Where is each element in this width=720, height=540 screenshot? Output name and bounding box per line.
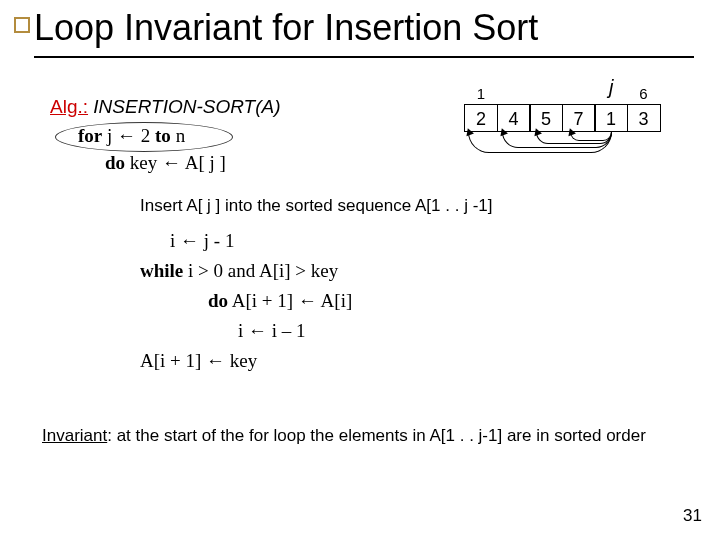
alg-name: INSERTION-SORT(A)	[93, 96, 280, 117]
alg-label: Alg.:	[50, 96, 88, 117]
slide: Loop Invariant for Insertion Sort Alg.: …	[0, 0, 720, 540]
invariant-label: Invariant	[42, 426, 107, 445]
title-rule	[34, 56, 694, 58]
code-line-i-init: i ← j - 1	[140, 226, 234, 256]
code-shift: A[i + 1] ← A[i]	[228, 290, 352, 311]
cell-3: 7	[562, 104, 596, 132]
keyword-to: to	[155, 125, 171, 146]
code-dec: i ← i – 1	[140, 316, 306, 346]
code-while-cond: i > 0 and A[i] > key	[183, 260, 338, 281]
keyword-while: while	[140, 260, 183, 281]
array-cells: 2 4 5 7 1 3	[464, 104, 659, 132]
code-for-end: n	[171, 125, 185, 146]
slide-title: Loop Invariant for Insertion Sort	[34, 7, 538, 49]
code-for-mid: j ← 2	[102, 125, 155, 146]
code-assign-key: A[i + 1] ← key	[140, 350, 257, 371]
keyword-do: do	[105, 152, 125, 173]
page-number: 31	[683, 506, 702, 526]
index-row: 1 6	[464, 85, 659, 102]
code-comment: Insert A[ j ] into the sorted sequence A…	[140, 196, 492, 216]
keyword-do-inner: do	[208, 290, 228, 311]
keyword-for: for	[78, 125, 102, 146]
cell-5: 3	[627, 104, 661, 132]
invariant-text: Invariant: at the start of the for loop …	[42, 425, 672, 447]
index-1: 1	[464, 85, 498, 102]
index-6: 6	[627, 85, 661, 102]
code-for-line: for j ← 2 to n	[78, 125, 185, 147]
invariant-body: : at the start of the for loop the eleme…	[107, 426, 646, 445]
title-ornament	[14, 17, 30, 33]
shift-arcs	[464, 132, 672, 172]
code-do-rest: key ← A[ j ]	[125, 152, 226, 173]
algorithm-heading: Alg.: INSERTION-SORT(A)	[50, 96, 281, 118]
cell-4: 1	[594, 104, 628, 132]
code-block: i ← j - 1 while i > 0 and A[i] > key do …	[140, 226, 352, 376]
code-do-line: do key ← A[ j ]	[105, 152, 226, 174]
array-diagram: j 1 6 2 4 5 7 1 3	[446, 80, 706, 180]
